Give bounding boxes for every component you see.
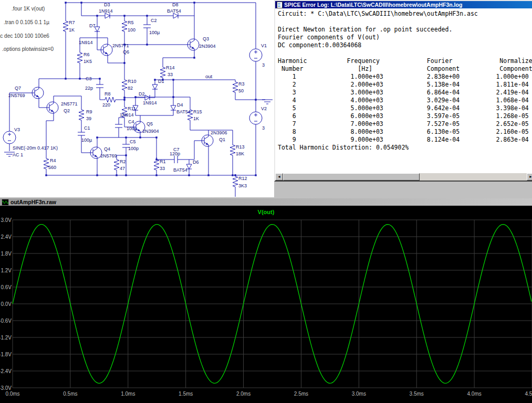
svg-text:100µ: 100µ xyxy=(149,30,160,35)
svg-text:39: 39 xyxy=(86,116,91,121)
svg-text:0.0V: 0.0V xyxy=(1,301,12,307)
svg-text:.options plotwinsize=0: .options plotwinsize=0 xyxy=(2,46,54,52)
waveform-titlebar[interactable]: outAmpHF3n.raw xyxy=(0,198,532,206)
svg-text:2.0ms: 2.0ms xyxy=(236,391,251,397)
svg-text:1K: 1K xyxy=(193,116,199,121)
svg-text:D8: D8 xyxy=(172,2,179,7)
schematic-svg: R71KR5100C2100µD31N914D8BAT54D71N9142N57… xyxy=(0,0,274,197)
svg-text:R8: R8 xyxy=(105,91,111,97)
svg-text:R5: R5 xyxy=(128,20,134,25)
svg-text:V2: V2 xyxy=(261,106,267,111)
ltspice-app: R71KR5100C2100µD31N914D8BAT54D71N9142N57… xyxy=(0,0,532,403)
svg-text:Q3: Q3 xyxy=(203,36,209,41)
svg-text:1.0ms: 1.0ms xyxy=(121,391,135,397)
svg-text:2.4V: 2.4V xyxy=(1,234,12,240)
svg-text:C2: C2 xyxy=(151,18,157,23)
waveform-window: outAmpHF3n.raw 3.0V2.4V1.8V1.2V0.6V0.0V-… xyxy=(0,198,532,403)
svg-text:220: 220 xyxy=(102,102,110,108)
svg-text:-1.2V: -1.2V xyxy=(0,335,12,341)
svg-text:R6: R6 xyxy=(84,52,90,57)
svg-text:1N914: 1N914 xyxy=(143,100,157,105)
svg-text:V1: V1 xyxy=(261,43,267,48)
svg-text:50: 50 xyxy=(238,88,244,93)
svg-text:Q6: Q6 xyxy=(123,49,129,55)
svg-text:2N5771: 2N5771 xyxy=(61,101,78,107)
svg-text:47: 47 xyxy=(120,166,125,171)
svg-text:C5: C5 xyxy=(130,139,136,144)
svg-text:4.0ms: 4.0ms xyxy=(467,391,481,397)
svg-text:-1.8V: -1.8V xyxy=(0,352,12,357)
svg-text:Q2: Q2 xyxy=(64,108,70,113)
svg-text:SINE(-20m 0.417 1K): SINE(-20m 0.417 1K) xyxy=(13,145,58,151)
svg-text:100p: 100p xyxy=(128,146,139,151)
svg-text:C3: C3 xyxy=(86,76,92,81)
scroll-right-button[interactable]: ► xyxy=(527,173,532,181)
svg-text:2N3904: 2N3904 xyxy=(142,129,159,134)
svg-text:R14: R14 xyxy=(166,65,175,70)
svg-text:C1: C1 xyxy=(84,125,90,131)
error-log-content: Circuit: * C:\Data\LTC\SwCADIII\homebrew… xyxy=(275,8,532,173)
svg-text:V(out): V(out) xyxy=(258,209,275,215)
svg-text:0.0ms: 0.0ms xyxy=(5,391,19,397)
svg-text:100µ: 100µ xyxy=(81,137,92,143)
svg-text:R10: R10 xyxy=(128,79,137,84)
svg-text:560: 560 xyxy=(48,165,56,170)
svg-text:1N914: 1N914 xyxy=(99,8,113,14)
svg-text:C4: C4 xyxy=(128,119,134,124)
waveform-plot[interactable]: 3.0V2.4V1.8V1.2V0.6V0.0V-0.6V-1.2V-1.8V-… xyxy=(0,206,532,403)
svg-text:Q4: Q4 xyxy=(104,146,110,152)
svg-text:2N3906: 2N3906 xyxy=(211,130,227,135)
svg-text:R13: R13 xyxy=(236,144,245,150)
svg-text:22p: 22p xyxy=(85,86,93,91)
svg-text:D6: D6 xyxy=(193,160,199,165)
svg-text:100: 100 xyxy=(128,27,135,33)
svg-text:1N914: 1N914 xyxy=(79,40,93,45)
waveform-svg: 3.0V2.4V1.8V1.2V0.6V0.0V-0.6V-1.2V-1.8V-… xyxy=(0,206,532,403)
svg-text:2N5769: 2N5769 xyxy=(8,93,25,98)
waveform-title: outAmpHF3n.raw xyxy=(11,199,56,205)
svg-text:D4: D4 xyxy=(177,102,183,108)
svg-text:Q5: Q5 xyxy=(147,121,153,126)
svg-text:out: out xyxy=(205,73,213,79)
svg-text:3: 3 xyxy=(262,125,265,131)
error-log-window: SPICE Error Log: L:\Data\LTC\SwCADIII\ho… xyxy=(274,0,532,182)
svg-text:82: 82 xyxy=(128,86,133,91)
svg-text:D3: D3 xyxy=(104,2,110,7)
svg-text:-2.4V: -2.4V xyxy=(0,368,12,374)
svg-text:V3: V3 xyxy=(14,127,20,132)
svg-text:R12: R12 xyxy=(238,176,247,181)
error-log-titlebar[interactable]: SPICE Error Log: L:\Data\LTC\SwCADIII\ho… xyxy=(275,1,532,8)
waveform-icon xyxy=(2,199,9,206)
svg-text:Q7: Q7 xyxy=(15,86,21,91)
svg-text:BAT54: BAT54 xyxy=(167,8,181,14)
svg-text:R2: R2 xyxy=(120,159,126,164)
svg-text:3.0V: 3.0V xyxy=(1,217,12,223)
scrollbar-thumb[interactable] xyxy=(283,173,420,181)
svg-text:3.5ms: 3.5ms xyxy=(410,391,424,397)
svg-text:3.0ms: 3.0ms xyxy=(352,391,366,397)
svg-text:1.2V: 1.2V xyxy=(1,268,12,273)
svg-text:D1: D1 xyxy=(158,79,164,84)
schematic-pane[interactable]: R71KR5100C2100µD31N914D8BAT54D71N9142N57… xyxy=(0,0,274,197)
svg-text:0.5ms: 0.5ms xyxy=(63,391,77,397)
svg-text:.four 1K v(out): .four 1K v(out) xyxy=(12,6,45,12)
spice-log-icon xyxy=(277,2,283,8)
svg-text:R7: R7 xyxy=(69,20,75,25)
svg-text:R15: R15 xyxy=(193,109,202,114)
scroll-left-button[interactable]: ◄ xyxy=(275,173,283,181)
svg-text:33: 33 xyxy=(168,72,173,77)
svg-text:1.8V: 1.8V xyxy=(1,251,12,257)
svg-text:2.5ms: 2.5ms xyxy=(294,391,308,397)
svg-text:-0.6V: -0.6V xyxy=(0,318,12,324)
svg-text:1K5: 1K5 xyxy=(84,59,92,64)
svg-text:1K: 1K xyxy=(69,27,75,33)
svg-text:R1: R1 xyxy=(160,159,166,164)
svg-text:3: 3 xyxy=(262,62,265,68)
svg-text:2N5771: 2N5771 xyxy=(112,43,129,48)
svg-text:1N914: 1N914 xyxy=(120,112,134,118)
svg-text:R4: R4 xyxy=(50,158,56,163)
scrollbar-track[interactable] xyxy=(283,173,527,181)
error-log-hscrollbar[interactable]: ◄ ► xyxy=(275,173,532,181)
svg-text:2N3904: 2N3904 xyxy=(199,44,216,49)
svg-text:18K: 18K xyxy=(236,151,244,156)
